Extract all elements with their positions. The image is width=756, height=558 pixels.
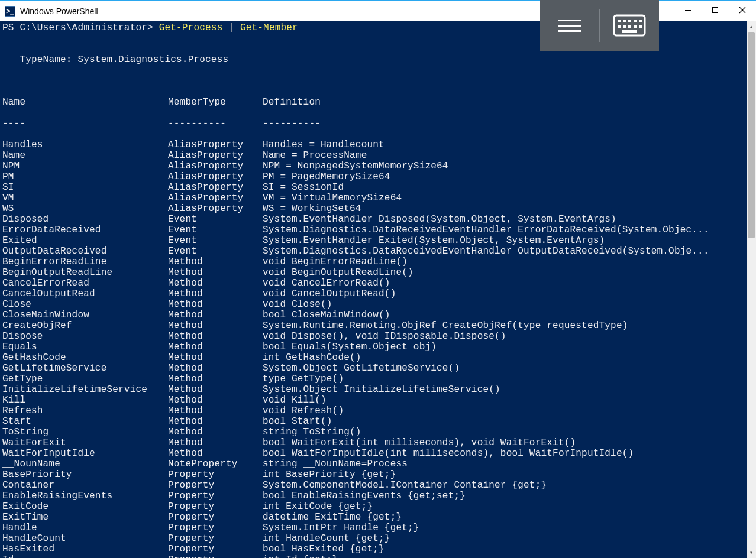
cell-def: void BeginErrorReadLine(): [263, 257, 754, 267]
cell-type: AliasProperty: [168, 182, 263, 193]
close-button[interactable]: [729, 1, 756, 19]
hamburger-menu-button[interactable]: [540, 0, 599, 51]
cell-def: System.Diagnostics.DataReceivedEventHand…: [263, 246, 754, 257]
cell-def: bool WaitForInputIdle(int milliseconds),…: [263, 448, 754, 459]
table-row: EqualsMethodbool Equals(System.Object ob…: [2, 342, 754, 352]
scroll-track[interactable]: [747, 32, 756, 547]
cell-type: Method: [168, 352, 263, 363]
cell-name: WS: [2, 203, 168, 214]
cell-name: Equals: [2, 342, 168, 352]
cell-def: System.Diagnostics.DataReceivedEventHand…: [263, 225, 754, 235]
cell-type: Method: [168, 448, 263, 459]
cell-name: EnableRaisingEvents: [2, 491, 168, 501]
table-row: HandlesAliasPropertyHandles = Handlecoun…: [2, 140, 754, 150]
cell-name: Disposed: [2, 214, 168, 225]
table-row: IdPropertyint Id {get;}: [2, 554, 754, 558]
cell-type: Method: [168, 310, 263, 320]
cell-def: void CancelErrorRead(): [263, 278, 754, 288]
scroll-up-arrow-icon[interactable]: ▴: [747, 21, 756, 32]
svg-rect-6: [558, 30, 581, 32]
cell-type: Property: [168, 523, 263, 533]
table-row: BeginOutputReadLineMethodvoid BeginOutpu…: [2, 267, 754, 278]
cell-name: NPM: [2, 161, 168, 171]
cell-def: int HandleCount {get;}: [263, 533, 754, 544]
powershell-window: >_ Windows PowerShell: [0, 0, 756, 558]
on-screen-keyboard-button[interactable]: [600, 0, 659, 51]
cell-def: System.EventHandler Disposed(System.Obje…: [263, 214, 754, 225]
table-row: ExitedEventSystem.EventHandler Exited(Sy…: [2, 235, 754, 246]
prompt-line: PS C:\Users\Administrator> Get-Process |…: [2, 22, 298, 33]
cell-def: void Close(): [263, 299, 754, 310]
cell-def: System.EventHandler Exited(System.Object…: [263, 235, 754, 246]
cell-name: GetLifetimeService: [2, 363, 168, 374]
table-row: CancelErrorReadMethodvoid CancelErrorRea…: [2, 278, 754, 288]
cell-def: void Refresh(): [263, 405, 754, 416]
cell-def: int Id {get;}: [263, 554, 754, 558]
table-row: CreateObjRefMethodSystem.Runtime.Remotin…: [2, 320, 754, 331]
cell-name: WaitForExit: [2, 437, 168, 448]
table-row: HasExitedPropertybool HasExited {get;}: [2, 544, 754, 554]
cell-name: PM: [2, 171, 168, 182]
cell-name: Name: [2, 150, 168, 161]
svg-rect-4: [558, 20, 581, 21]
cell-name: Refresh: [2, 405, 168, 416]
maximize-button[interactable]: [702, 1, 729, 19]
cell-def: int GetHashCode(): [263, 352, 754, 363]
cell-name: ExitCode: [2, 501, 168, 512]
cell-name: Kill: [2, 395, 168, 405]
cell-name: Close: [2, 299, 168, 310]
cell-type: Event: [168, 235, 263, 246]
cell-type: Method: [168, 427, 263, 437]
cell-name: BeginOutputReadLine: [2, 267, 168, 278]
cell-def: System.Runtime.Remoting.ObjRef CreateObj…: [263, 320, 754, 331]
cell-type: Event: [168, 225, 263, 235]
member-table: NameMemberTypeDefinition ---------------…: [2, 86, 754, 558]
table-row: PMAliasPropertyPM = PagedMemorySize64: [2, 171, 754, 182]
terminal-output[interactable]: PS C:\Users\Administrator> Get-Process |…: [0, 21, 756, 558]
header-def: Definition: [263, 97, 754, 108]
cell-def: int BasePriority {get;}: [263, 469, 754, 480]
cell-type: Method: [168, 299, 263, 310]
cell-type: Method: [168, 257, 263, 267]
cell-name: Start: [2, 416, 168, 427]
cell-def: VM = VirtualMemorySize64: [263, 193, 754, 203]
scroll-thumb[interactable]: [748, 32, 755, 238]
cell-name: Exited: [2, 235, 168, 246]
cell-name: Container: [2, 480, 168, 491]
typename-line: TypeName: System.Diagnostics.Process: [2, 54, 228, 65]
cell-type: Property: [168, 501, 263, 512]
cell-type: Method: [168, 374, 263, 384]
svg-rect-17: [639, 25, 642, 28]
minimize-button[interactable]: [674, 1, 702, 19]
cell-name: ErrorDataReceived: [2, 225, 168, 235]
table-row: ErrorDataReceivedEventSystem.Diagnostics…: [2, 225, 754, 235]
table-row: BasePriorityPropertyint BasePriority {ge…: [2, 469, 754, 480]
svg-rect-0: [685, 10, 691, 11]
table-header: NameMemberTypeDefinition: [2, 97, 754, 108]
cell-type: AliasProperty: [168, 171, 263, 182]
cell-name: HasExited: [2, 544, 168, 554]
cell-name: ToString: [2, 427, 168, 437]
prompt-prefix: PS C:\Users\Administrator>: [2, 22, 159, 33]
cell-type: NoteProperty: [168, 459, 263, 469]
cell-name: Dispose: [2, 331, 168, 342]
cell-def: void BeginOutputReadLine(): [263, 267, 754, 278]
scroll-down-arrow-icon[interactable]: ▾: [747, 547, 756, 558]
svg-rect-5: [558, 25, 581, 27]
cell-type: AliasProperty: [168, 140, 263, 150]
vertical-scrollbar[interactable]: ▴ ▾: [747, 21, 756, 558]
cell-def: WS = WorkingSet64: [263, 203, 754, 214]
table-row: ExitTimePropertydatetime ExitTime {get;}: [2, 512, 754, 523]
table-row: InitializeLifetimeServiceMethodSystem.Ob…: [2, 384, 754, 395]
table-row: BeginErrorReadLineMethodvoid BeginErrorR…: [2, 257, 754, 267]
cell-name: CancelOutputRead: [2, 288, 168, 299]
cell-type: Event: [168, 214, 263, 225]
svg-rect-9: [623, 20, 626, 22]
cell-name: BasePriority: [2, 469, 168, 480]
cell-def: bool HasExited {get;}: [263, 544, 754, 554]
svg-rect-16: [634, 25, 637, 28]
command-1: Get-Process: [159, 22, 223, 33]
cell-name: CreateObjRef: [2, 320, 168, 331]
cell-def: string ToString(): [263, 427, 754, 437]
table-row: EnableRaisingEventsPropertybool EnableRa…: [2, 491, 754, 501]
